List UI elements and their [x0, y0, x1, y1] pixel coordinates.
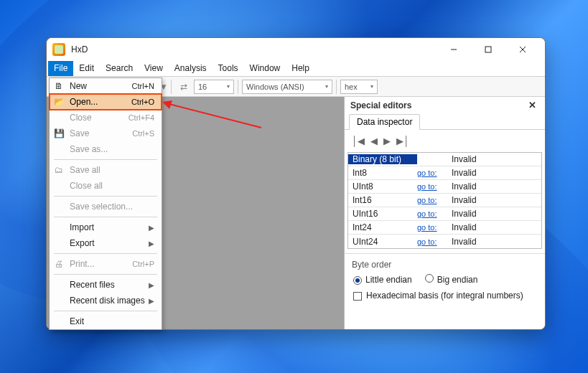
checkbox-hex-basis[interactable]: Hexadecimal basis (for integral numbers) — [353, 291, 523, 301]
next-icon[interactable]: ▶ — [383, 136, 391, 146]
di-row-uint16[interactable]: UInt16 go to: Invalid — [348, 207, 541, 221]
encoding-combo[interactable]: Windows (ANSI)▾ — [242, 80, 332, 94]
arrows-icon[interactable]: ⇄ — [175, 79, 192, 95]
chevron-right-icon: ▶ — [149, 240, 154, 247]
tab-data-inspector[interactable]: Data inspector — [349, 114, 420, 130]
menu-export[interactable]: Export ▶ — [50, 235, 162, 251]
di-row-int16[interactable]: Int16 go to: Invalid — [348, 194, 541, 207]
di-row-uint24[interactable]: UInt24 go to: Invalid — [348, 235, 541, 248]
bytes-value: 16 — [198, 82, 224, 91]
di-row-int24[interactable]: Int24 go to: Invalid — [348, 221, 541, 235]
prev-icon[interactable]: ◀ — [370, 136, 378, 146]
separator — [54, 274, 157, 275]
separator — [171, 80, 172, 94]
separator — [54, 253, 157, 254]
special-editors-title: Special editors — [350, 100, 411, 110]
separator — [54, 196, 157, 197]
menu-import[interactable]: Import ▶ — [50, 219, 162, 235]
menu-print: 🖨 Print... Ctrl+P — [50, 256, 162, 272]
nav-toolbar: │◀ ◀ ▶ ▶│ — [345, 130, 545, 152]
maximize-button[interactable] — [472, 39, 505, 60]
new-file-icon: 🗎 — [53, 80, 65, 92]
chevron-right-icon: ▶ — [149, 224, 154, 232]
menu-close-all: Close all — [50, 178, 162, 194]
bytes-per-row-combo[interactable]: 16▾ — [194, 80, 234, 94]
menu-save-as: Save as... — [50, 141, 162, 157]
close-panel-button[interactable]: ✕ — [526, 100, 539, 110]
base-combo[interactable]: hex▾ — [340, 80, 378, 94]
last-icon[interactable]: ▶│ — [396, 136, 409, 146]
tab-row: Data inspector — [345, 113, 545, 130]
menu-window[interactable]: Window — [244, 61, 286, 76]
chevron-right-icon: ▶ — [149, 281, 154, 289]
first-icon[interactable]: │◀ — [352, 136, 365, 146]
menu-edit[interactable]: Edit — [73, 61, 100, 76]
titlebar: HxD — [47, 38, 545, 61]
svg-rect-1 — [485, 47, 491, 52]
menu-search[interactable]: Search — [100, 61, 139, 76]
menu-close: Close Ctrl+F4 — [50, 110, 162, 126]
special-editors-panel: Special editors ✕ Data inspector │◀ ◀ ▶ … — [344, 97, 545, 329]
separator — [238, 80, 238, 94]
menu-file[interactable]: File — [48, 61, 73, 76]
menu-recent-files[interactable]: Recent files ▶ — [50, 277, 162, 293]
di-row-binary8[interactable]: Binary (8 bit) Invalid — [348, 153, 541, 166]
separator — [54, 159, 157, 160]
minimize-button[interactable] — [437, 39, 470, 60]
chevron-right-icon: ▶ — [149, 297, 154, 305]
window-title: HxD — [71, 44, 437, 55]
file-menu-dropdown: 🗎 New Ctrl+N 📂 Open... Ctrl+O Close Ctrl… — [49, 77, 162, 330]
menu-exit[interactable]: Exit — [50, 313, 162, 329]
encoding-value: Windows (ANSI) — [246, 82, 322, 91]
menu-save-all: 🗂 Save all — [50, 162, 162, 178]
menu-view[interactable]: View — [139, 61, 169, 76]
save-icon: 💾 — [53, 128, 65, 139]
print-icon: 🖨 — [53, 258, 65, 270]
menu-save-selection: Save selection... — [50, 199, 162, 214]
menu-open[interactable]: 📂 Open... Ctrl+O — [50, 94, 162, 110]
separator — [336, 80, 337, 94]
menu-save: 💾 Save Ctrl+S — [50, 126, 162, 141]
menu-new[interactable]: 🗎 New Ctrl+N — [50, 78, 162, 94]
menu-help[interactable]: Help — [286, 61, 315, 76]
menu-analysis[interactable]: Analysis — [169, 61, 213, 76]
radio-big-endian[interactable]: Big endian — [425, 274, 478, 285]
menu-tools[interactable]: Tools — [213, 61, 244, 76]
save-all-icon: 🗂 — [53, 164, 65, 176]
close-button[interactable] — [506, 39, 539, 60]
separator — [54, 311, 157, 311]
open-folder-icon: 📂 — [53, 96, 65, 108]
data-inspector-table: Binary (8 bit) Invalid Int8 go to: Inval… — [347, 152, 542, 249]
di-row-uint8[interactable]: UInt8 go to: Invalid — [348, 180, 541, 194]
separator — [54, 217, 157, 217]
base-value: hex — [345, 82, 368, 91]
radio-little-endian[interactable]: Little endian — [353, 275, 412, 285]
menu-recent-disk-images[interactable]: Recent disk images ▶ — [50, 293, 162, 308]
app-icon — [52, 43, 65, 56]
byte-order-label: Byte order — [345, 253, 545, 273]
di-row-int8[interactable]: Int8 go to: Invalid — [348, 166, 541, 180]
menubar: File Edit Search View Analysis Tools Win… — [47, 61, 545, 77]
